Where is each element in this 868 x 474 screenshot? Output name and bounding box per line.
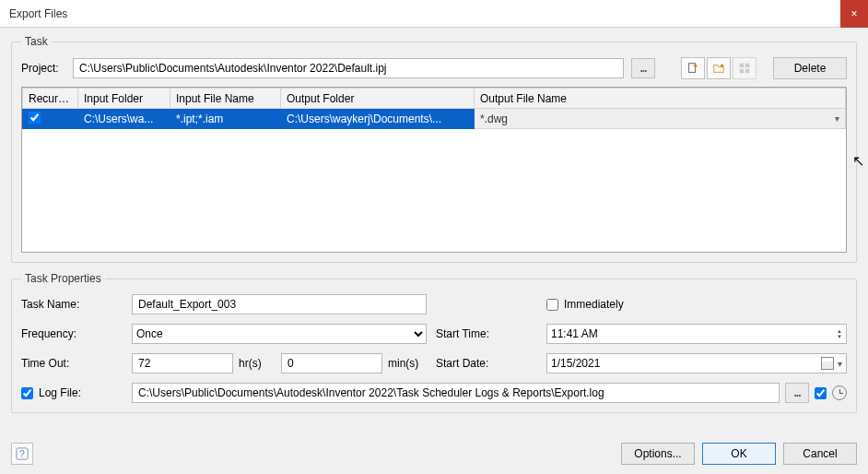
minutes-input[interactable] [281,353,382,373]
svg-rect-6 [745,64,749,67]
log-enable-checkbox[interactable] [815,387,827,399]
task-name-input[interactable] [132,294,427,314]
cell-input-folder[interactable]: C:\Users\wa... [78,109,170,129]
hours-input[interactable] [132,353,233,373]
immediately-label: Immediately [564,298,624,311]
task-group: Task Project: ... Delete Re [11,35,857,263]
add-file-icon [686,62,699,75]
task-name-label: Task Name: [21,298,123,311]
start-time-value: 11:41 AM [551,327,837,340]
start-time-label: Start Time: [436,327,537,340]
close-button[interactable]: × [840,0,868,28]
ellipsis-icon: ... [639,62,646,75]
svg-rect-5 [740,64,744,67]
log-file-input[interactable] [132,383,780,403]
project-path-input[interactable] [73,58,624,78]
ok-button[interactable]: OK [702,443,776,465]
svg-rect-0 [689,64,696,73]
log-file-checkbox-wrap[interactable]: Log File: [21,386,123,399]
ellipsis-icon: ... [793,386,800,399]
add-folder-button[interactable] [707,57,731,79]
task-properties-group: Task Properties Task Name: Immediately F… [11,272,857,413]
task-legend: Task [21,35,52,48]
time-out-label: Time Out: [21,357,123,370]
clock-icon[interactable] [832,385,847,400]
hours-unit: hr(s) [239,357,276,370]
immediately-checkbox-wrap[interactable]: Immediately [546,298,847,311]
cell-output-folder[interactable]: C:\Users\waykerj\Documents\... [281,109,475,129]
recurs-checkbox[interactable] [29,112,41,124]
grid-header-row: Recurs... Input Folder Input File Name O… [23,89,846,109]
chevron-down-icon[interactable]: ▾ [838,359,842,369]
task-grid[interactable]: Recurs... Input Folder Input File Name O… [21,87,847,253]
svg-rect-8 [745,69,749,73]
window-title: Export Files [9,7,840,20]
help-button[interactable]: ? [11,443,33,465]
start-date-value: 1/15/2021 [551,357,821,370]
col-output-folder[interactable]: Output Folder [281,89,475,109]
start-time-input[interactable]: 11:41 AM ▲▼ [546,324,847,344]
svg-text:?: ? [19,448,25,459]
help-icon: ? [16,447,29,460]
minutes-unit: min(s) [388,357,425,370]
col-recurs[interactable]: Recurs... [23,89,78,109]
log-browse-button[interactable]: ... [785,383,809,403]
immediately-checkbox[interactable] [546,299,558,311]
col-input-folder[interactable]: Input Folder [78,89,170,109]
task-properties-legend: Task Properties [21,272,105,285]
close-icon: × [850,7,857,20]
cell-input-file-name[interactable]: *.ipt;*.iam [170,109,281,129]
time-spinner[interactable]: ▲▼ [837,328,842,339]
start-date-input[interactable]: 1/15/2021 ▾ [546,353,847,373]
cell-output-file-name[interactable]: *.dwg ▾ [475,109,846,129]
log-file-label: Log File: [39,386,81,399]
cell-recurs[interactable] [23,109,78,129]
project-icon [738,62,751,75]
titlebar: Export Files × [0,0,868,28]
frequency-label: Frequency: [21,327,123,340]
col-output-file-name[interactable]: Output File Name [475,89,846,109]
chevron-down-icon[interactable]: ▾ [835,113,839,124]
add-folder-icon [712,62,725,75]
project-browse-button[interactable]: ... [631,58,655,78]
cancel-button[interactable]: Cancel [783,443,857,465]
project-label: Project: [21,62,65,75]
col-input-file-name[interactable]: Input File Name [170,89,281,109]
delete-button[interactable]: Delete [773,57,847,79]
table-row[interactable]: C:\Users\wa... *.ipt;*.iam C:\Users\wayk… [23,109,846,129]
add-file-button[interactable] [681,57,705,79]
calendar-icon[interactable] [821,357,834,370]
svg-rect-7 [740,69,744,73]
spinner-down-icon[interactable]: ▼ [837,334,842,339]
log-file-checkbox[interactable] [21,387,33,399]
options-button[interactable]: Options... [621,443,695,465]
add-project-button [733,57,757,79]
output-file-name-value: *.dwg [480,113,508,125]
frequency-select[interactable]: Once [132,324,427,344]
start-date-label: Start Date: [436,357,537,370]
